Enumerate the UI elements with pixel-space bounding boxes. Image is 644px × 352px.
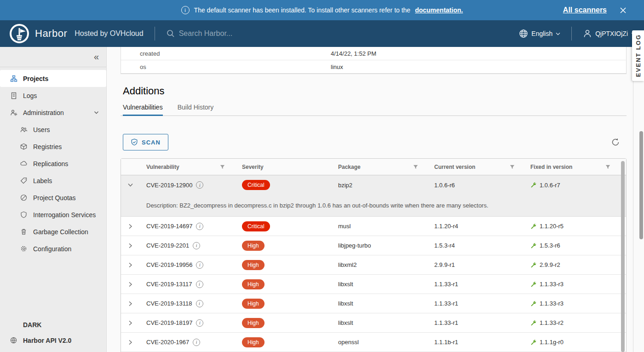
- filter-icon[interactable]: [605, 165, 610, 169]
- package-cell: libxslt: [333, 319, 429, 326]
- close-banner-icon[interactable]: [620, 7, 627, 14]
- fixed-version-text: 1.1.33-r3: [540, 281, 564, 288]
- info-icon[interactable]: i: [196, 281, 203, 288]
- package-cell: libxslt: [333, 281, 429, 288]
- info-icon[interactable]: i: [196, 181, 203, 189]
- refresh-icon[interactable]: [611, 138, 620, 147]
- event-log-tab[interactable]: EVENT LOG: [632, 30, 644, 81]
- additions-title: Additions: [121, 85, 627, 97]
- info-icon[interactable]: i: [193, 242, 200, 249]
- severity-badge: High: [242, 299, 264, 309]
- info-icon[interactable]: i: [196, 223, 203, 230]
- harbor-logo[interactable]: [9, 23, 29, 44]
- current-version-cell: 1.1.33-r1: [429, 300, 526, 307]
- sidebar-item-registries[interactable]: Registries: [0, 138, 106, 155]
- sidebar-item-label: Administration: [23, 109, 64, 116]
- sidebar-item-labels[interactable]: Labels: [0, 172, 106, 189]
- expand-caret-icon[interactable]: [128, 340, 132, 345]
- sidebar-item-label: Project Quotas: [33, 194, 76, 202]
- user-menu[interactable]: QjPTXIOjZi: [583, 29, 636, 38]
- event-log-label: EVENT LOG: [635, 34, 642, 77]
- expand-caret-icon[interactable]: [128, 320, 132, 326]
- fix-wrench-icon: [530, 223, 537, 230]
- fixed-version-text: 1.1.20-r5: [540, 223, 564, 230]
- sidebar-item-label: Logs: [23, 92, 37, 99]
- documentation-link[interactable]: documentation.: [415, 6, 463, 14]
- sidebar-item-label: Garbage Collection: [33, 228, 88, 236]
- sidebar-item-label: Registries: [33, 143, 62, 150]
- expand-caret-icon[interactable]: [128, 224, 132, 229]
- api-globe-icon: [10, 337, 17, 344]
- sidebar-item-garbage-collection[interactable]: Garbage Collection: [0, 223, 106, 240]
- vulnerability-description-row: Description: BZ2_decompress in decompres…: [121, 195, 626, 217]
- info-icon[interactable]: i: [196, 261, 203, 269]
- expand-caret-icon[interactable]: [128, 301, 132, 306]
- info-icon[interactable]: i: [193, 339, 200, 346]
- column-header-severity: Severity: [236, 159, 333, 175]
- tab-vulnerabilities[interactable]: Vulnerabilities: [123, 104, 163, 116]
- detail-row: created 4/14/22, 1:52 PM: [121, 47, 626, 60]
- expand-caret-icon[interactable]: [128, 243, 132, 248]
- current-version-cell: 1.1.1b-r1: [429, 339, 526, 346]
- detail-label: os: [121, 63, 331, 70]
- severity-badge: High: [242, 337, 264, 347]
- table-row: CVE-2019-13118 i High libxslt 1.1.33-r1 …: [121, 294, 626, 313]
- tab-build-history[interactable]: Build History: [178, 104, 214, 115]
- detail-value: linux: [331, 63, 343, 70]
- current-version-cell: 1.1.33-r1: [429, 319, 526, 326]
- project-quotas-icon: [20, 194, 28, 202]
- replications-icon: [20, 160, 28, 167]
- user-icon: [583, 29, 592, 38]
- scan-button[interactable]: SCAN: [123, 134, 168, 150]
- filter-icon[interactable]: [413, 165, 418, 169]
- cve-id: CVE-2019-13117: [146, 281, 192, 288]
- info-icon[interactable]: i: [196, 300, 203, 307]
- fixed-version-text: 1.0.6-r7: [540, 182, 560, 189]
- sidebar-collapse-button[interactable]: «: [0, 47, 106, 67]
- expand-caret-icon[interactable]: [128, 262, 132, 268]
- cve-id: CVE-2019-19956: [146, 261, 192, 268]
- info-icon[interactable]: i: [196, 319, 203, 327]
- sidebar-item-interrogation-services[interactable]: Interrogation Services: [0, 206, 106, 223]
- sidebar-item-projects[interactable]: Projects: [0, 70, 106, 87]
- package-cell: openssl: [333, 339, 429, 346]
- sidebar-item-label: Configuration: [33, 245, 71, 253]
- filter-icon[interactable]: [220, 165, 225, 169]
- hosted-by-label: Hosted by OVHcloud: [75, 29, 143, 38]
- sidebar-item-administration[interactable]: Administration: [0, 104, 106, 121]
- sidebar-item-project-quotas[interactable]: Project Quotas: [0, 189, 106, 206]
- username-label: QjPTXIOjZi: [595, 30, 628, 37]
- fixed-version-text: 1.1.33-r3: [540, 300, 564, 307]
- scan-button-label: SCAN: [142, 139, 161, 146]
- artifact-detail-card: created 4/14/22, 1:52 PM os linux: [121, 47, 627, 74]
- expand-caret-icon[interactable]: [128, 282, 132, 287]
- sidebar-item-users[interactable]: Users: [0, 121, 106, 138]
- sidebar-item-label: Replications: [33, 160, 68, 167]
- table-scrollbar[interactable]: [621, 161, 625, 352]
- vuln-table-body: CVE-2019-12900 i Critical bzip2 1.0.6-r6…: [121, 175, 626, 352]
- all-scanners-link[interactable]: All scanners: [563, 6, 607, 14]
- search-input[interactable]: [179, 29, 372, 38]
- brand-title[interactable]: Harbor: [35, 28, 67, 40]
- registries-icon: [20, 143, 28, 150]
- column-header-current-version: Current version: [429, 159, 526, 175]
- sidebar-item-configuration[interactable]: Configuration: [0, 240, 106, 257]
- sidebar-item-label: Users: [33, 126, 50, 133]
- current-version-cell: 1.1.20-r4: [429, 223, 526, 230]
- expand-caret-icon[interactable]: [128, 182, 132, 188]
- table-row: CVE-2019-2201 i High libjpeg-turbo 1.5.3…: [121, 236, 626, 255]
- gear-icon: [20, 245, 28, 253]
- harbor-api-link[interactable]: Harbor API V2.0: [0, 333, 106, 348]
- dark-mode-toggle[interactable]: DARK: [0, 317, 106, 333]
- language-selector[interactable]: English: [519, 29, 560, 38]
- current-version-cell: 1.0.6-r6: [429, 182, 526, 189]
- sidebar-item-logs[interactable]: Logs: [0, 87, 106, 104]
- table-row: CVE-2019-14697 i Critical musl 1.1.20-r4…: [121, 217, 626, 236]
- info-icon: i: [181, 6, 190, 14]
- filter-icon[interactable]: [510, 165, 515, 169]
- severity-badge: High: [242, 241, 264, 251]
- dark-mode-label: DARK: [23, 321, 41, 329]
- window-scrollbar[interactable]: [639, 131, 643, 239]
- sidebar-item-replications[interactable]: Replications: [0, 155, 106, 172]
- severity-badge: Critical: [242, 221, 270, 231]
